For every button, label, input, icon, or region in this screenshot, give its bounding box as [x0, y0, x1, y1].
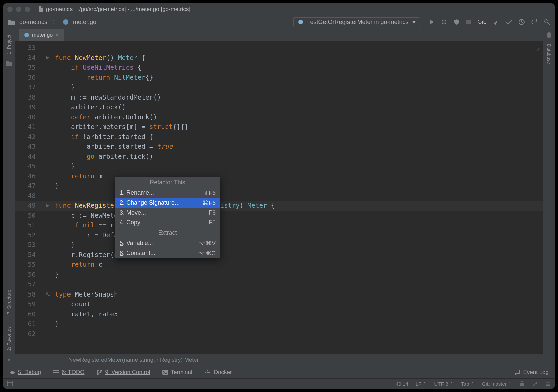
svg-point-11 [46, 292, 48, 295]
svg-rect-6 [466, 20, 471, 24]
minimize-icon[interactable] [16, 7, 21, 12]
tool-terminal[interactable]: Terminal [162, 369, 192, 376]
refactor-item-move[interactable]: 3. Move...F6 [115, 208, 220, 218]
tool-project[interactable]: 1: Project [6, 29, 12, 60]
svg-rect-20 [205, 372, 206, 373]
revert-icon[interactable] [531, 19, 537, 25]
window-icon[interactable] [7, 381, 13, 386]
editor-tab[interactable]: meter.go ✕ [19, 29, 64, 41]
svg-rect-23 [208, 372, 210, 373]
svg-rect-26 [520, 383, 524, 386]
close-icon[interactable]: ✕ [55, 32, 59, 38]
tool-database[interactable]: Database [546, 38, 552, 70]
svg-rect-28 [546, 383, 550, 384]
refactor-item-variable[interactable]: 5. Variable...⌥⌘V [115, 238, 220, 248]
tool-todo[interactable]: 6: TODO [53, 369, 84, 376]
navigation-bar: go-metrics 〉 meter.go TestGetOrRegisterM… [3, 15, 555, 29]
refactor-item-change-signature[interactable]: 2. Change Signature...⌘F6 [115, 198, 220, 208]
svg-point-1 [298, 20, 303, 24]
popup-title: Refactor This [115, 177, 220, 188]
git-pull-icon[interactable] [493, 19, 499, 25]
svg-line-9 [548, 23, 550, 25]
debug-icon[interactable] [441, 19, 447, 25]
docker-icon [204, 370, 211, 375]
refactor-item-rename[interactable]: 1. Rename...⇧F6 [115, 188, 220, 198]
run-configuration-selector[interactable]: TestGetOrRegisterMeter in go-metrics [293, 17, 420, 27]
folder-icon [6, 60, 12, 66]
tool-debug[interactable]: 5: Debug [9, 369, 41, 376]
terminal-icon [162, 370, 168, 375]
chevron-right-icon: 〉 [52, 18, 58, 26]
svg-point-12 [547, 32, 551, 34]
titlebar: go-metrics [~/go/src/go-metrics] - .../m… [3, 3, 555, 15]
go-file-icon [63, 19, 69, 25]
stop-icon[interactable] [466, 20, 471, 24]
svg-rect-21 [207, 372, 208, 373]
left-tool-rail: 1: Project 7: Structure 2: Favorites ★ [3, 29, 15, 366]
close-icon[interactable] [7, 7, 13, 12]
tab-label: meter.go [32, 32, 53, 38]
svg-point-2 [442, 20, 446, 24]
refactor-item-copy[interactable]: 4. Copy...F5 [115, 218, 220, 227]
status-caret-pos[interactable]: 49:14 [396, 381, 408, 387]
svg-rect-24 [7, 381, 13, 386]
run-icon[interactable] [429, 19, 434, 25]
status-encoding[interactable]: UTF-8 ⌃ [434, 381, 454, 387]
svg-point-16 [97, 370, 99, 372]
window-controls[interactable] [7, 7, 30, 12]
window-title: go-metrics [~/go/src/go-metrics] - .../m… [46, 6, 190, 13]
git-commit-icon[interactable] [506, 20, 512, 24]
star-icon: ★ [7, 357, 11, 362]
memory-icon[interactable] [545, 381, 551, 386]
tool-favorites[interactable]: 2: Favorites [6, 320, 12, 357]
bottom-tool-strip: 5: Debug 6: TODO 9: Version Control Term… [3, 366, 555, 378]
line-gutter[interactable]: 3334353637383940414243444546474849505152… [15, 41, 40, 354]
tool-structure[interactable]: 7: Structure [6, 284, 12, 320]
tool-docker[interactable]: Docker [204, 369, 232, 376]
crumb-text: NewRegisteredMeter(name string, r Regist… [68, 357, 199, 363]
database-icon [546, 32, 552, 38]
chevron-down-icon [412, 21, 416, 23]
history-icon[interactable] [519, 19, 525, 25]
lock-icon[interactable] [519, 381, 525, 386]
status-line-ending[interactable]: LF ⌃ [416, 381, 427, 387]
file-icon [38, 6, 43, 12]
svg-point-10 [24, 33, 29, 37]
coverage-icon[interactable] [454, 19, 460, 25]
svg-rect-27 [546, 385, 550, 386]
gopher-icon [298, 19, 304, 25]
folder-icon [8, 19, 15, 25]
status-bar: 49:14 LF ⌃ UTF-8 ⌃ Tab ⌃ Git: master ⌃ [3, 378, 555, 389]
refactor-popup: Refactor This 1. Rename...⇧F62. Change S… [115, 177, 220, 258]
svg-point-13 [11, 371, 14, 374]
editor-tabs: meter.go ✕ [15, 29, 543, 41]
tool-version-control[interactable]: 9: Version Control [96, 369, 150, 376]
crumb-bar[interactable]: NewRegisteredMeter(name string, r Regist… [15, 354, 543, 366]
bug-icon [9, 369, 15, 375]
breadcrumb-file[interactable]: meter.go [73, 19, 96, 26]
svg-rect-22 [207, 370, 208, 371]
svg-point-8 [545, 20, 548, 23]
run-configuration-label: TestGetOrRegisterMeter in go-metrics [307, 19, 408, 26]
wrench-icon[interactable] [532, 381, 538, 386]
go-file-icon [24, 32, 29, 38]
status-git-branch[interactable]: Git: master ⌃ [482, 381, 512, 387]
search-icon[interactable] [544, 19, 550, 25]
speech-icon [514, 369, 520, 375]
zoom-icon[interactable] [25, 7, 30, 12]
svg-point-0 [63, 19, 68, 25]
svg-point-18 [100, 370, 102, 372]
svg-rect-19 [162, 370, 168, 375]
branch-icon [96, 369, 102, 375]
right-tool-rail: Database [543, 29, 555, 366]
list-icon [53, 370, 59, 375]
status-indent[interactable]: Tab ⌃ [461, 381, 474, 387]
git-label: Git: [478, 19, 486, 25]
code-editor[interactable]: ✔ 33343536373839404142434445464748495051… [15, 41, 543, 354]
breadcrumb-project[interactable]: go-metrics [19, 19, 47, 26]
gutter-marks [40, 41, 55, 354]
tool-event-log[interactable]: Event Log [514, 369, 549, 376]
refactor-item-constant[interactable]: 6. Constant...⌥⌘C [115, 248, 220, 258]
popup-section-extract: Extract [115, 227, 220, 238]
